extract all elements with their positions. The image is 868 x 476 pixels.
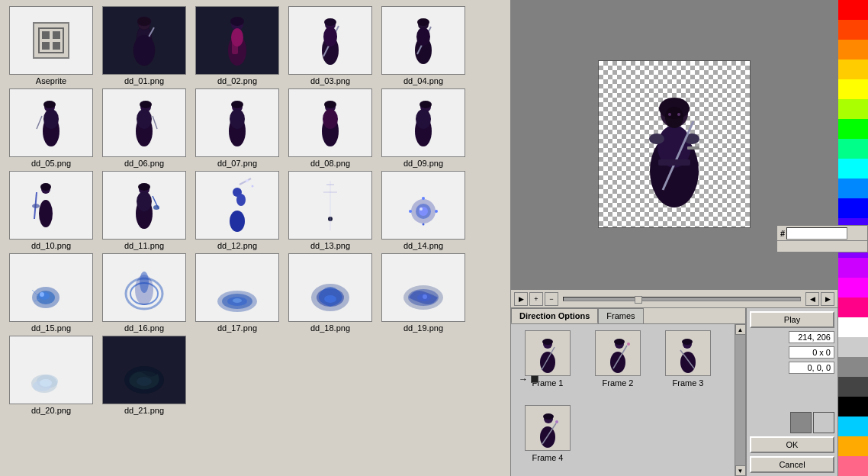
svg-rect-3: [42, 42, 50, 50]
dd07-thumb: [195, 88, 279, 157]
file-item-dd11[interactable]: dd_11.png: [99, 171, 189, 250]
frame-item-3[interactable]: Frame 3: [657, 330, 719, 396]
file-item-dd20[interactable]: dd_20.png: [6, 336, 96, 415]
file-item-dd16[interactable]: dd_16.png: [99, 253, 189, 333]
swatch-light-gray[interactable]: [838, 337, 868, 357]
coords-row: 214, 206: [750, 331, 834, 343]
timeline-prev-btn[interactable]: ◀: [805, 292, 819, 306]
swatch-yellow-green[interactable]: [838, 99, 868, 119]
swatch-black[interactable]: [838, 397, 868, 416]
frame-thumb-2: [595, 330, 641, 376]
file-item-dd15[interactable]: dd_15.png: [6, 253, 96, 333]
dd15-thumb: [9, 253, 93, 322]
file-item-dd06[interactable]: dd_06.png: [99, 88, 189, 168]
play-button[interactable]: Play: [750, 311, 834, 328]
swatch-orange-red[interactable]: [838, 20, 868, 40]
swatch-gray[interactable]: [838, 357, 868, 377]
swatch-dark-gray[interactable]: [838, 377, 868, 397]
file-item-dd12[interactable]: dd_12.png: [192, 171, 282, 250]
tab-frames[interactable]: Frames: [598, 308, 643, 323]
file-item-dd03[interactable]: dd_03.png: [285, 6, 375, 85]
frames-scrollbar[interactable]: ▲ ▼: [735, 324, 745, 476]
timeline-play-btn[interactable]: ▶: [514, 292, 528, 306]
frame-item-4[interactable]: Frame 4: [517, 405, 578, 471]
svg-point-125: [680, 352, 696, 373]
hex-color-preview: [776, 240, 868, 252]
swatch-yellow[interactable]: [838, 60, 868, 79]
file-item-dd09[interactable]: dd_09.png: [378, 88, 468, 168]
file-item-dd01[interactable]: dd_01.png: [99, 6, 189, 85]
timeline-slider[interactable]: [563, 297, 801, 301]
frame-item-1[interactable]: Frame 1: [517, 330, 578, 396]
dd09-thumb: [381, 88, 465, 157]
file-item-dd07[interactable]: dd_07.png: [192, 88, 282, 168]
frame-item-2[interactable]: Frame 2: [587, 330, 648, 396]
file-item-dd14[interactable]: dd_14.png: [378, 171, 468, 250]
hex-input[interactable]: [786, 227, 847, 240]
svg-point-49: [40, 183, 51, 191]
file-item-dd05[interactable]: dd_05.png: [6, 88, 96, 168]
swatch-purple[interactable]: [838, 258, 868, 278]
file-item-dd13[interactable]: dd_13.png: [285, 171, 375, 250]
svg-point-79: [40, 292, 44, 297]
tab-direction-options[interactable]: Direction Options: [511, 308, 598, 323]
preview-squares: [750, 412, 834, 433]
svg-point-75: [422, 223, 424, 225]
file-item-dd21[interactable]: dd_21.png: [99, 336, 189, 415]
cancel-button[interactable]: Cancel: [750, 456, 834, 473]
swatch-magenta[interactable]: [838, 278, 868, 298]
svg-rect-112: [658, 159, 690, 166]
swatch-sky[interactable]: [838, 416, 868, 436]
svg-point-89: [233, 298, 242, 303]
scroll-up-arrow[interactable]: ▲: [735, 324, 746, 335]
svg-point-57: [153, 205, 159, 210]
scroll-track: [735, 335, 746, 465]
svg-point-37: [231, 101, 243, 108]
dd17-thumb: [195, 253, 279, 322]
file-item-dd08[interactable]: dd_08.png: [285, 88, 375, 168]
timeline-remove-btn[interactable]: −: [545, 292, 558, 306]
file-item-dd02[interactable]: dd_02.png: [192, 6, 282, 85]
scroll-down-arrow[interactable]: ▼: [735, 465, 746, 476]
swatch-amber[interactable]: [838, 436, 868, 456]
swatch-cyan[interactable]: [838, 159, 868, 178]
swatch-dark-blue[interactable]: [838, 198, 868, 218]
swatch-pink[interactable]: [838, 298, 868, 317]
svg-point-55: [137, 191, 152, 211]
svg-rect-2: [53, 31, 60, 39]
svg-point-129: [540, 426, 555, 448]
dd11-label: dd_11.png: [124, 241, 164, 250]
coords-value: 214, 206: [789, 331, 834, 343]
dd12-thumb: [195, 171, 279, 240]
swatch-blue[interactable]: [838, 178, 868, 198]
swatch-mint[interactable]: [838, 139, 868, 159]
swatch-bright-yellow[interactable]: [838, 79, 868, 99]
svg-point-46: [416, 109, 431, 129]
dd05-label: dd_05.png: [31, 159, 71, 168]
file-item-dd19[interactable]: dd_19.png: [378, 253, 468, 333]
ok-button[interactable]: OK: [750, 436, 834, 453]
size-value: 0 x 0: [789, 346, 834, 359]
frames-panel-row: Direction Options Frames: [511, 308, 837, 476]
swatch-red[interactable]: [838, 0, 868, 20]
svg-point-127: [682, 339, 693, 345]
svg-point-51: [32, 204, 40, 208]
dd03-thumb: [288, 6, 372, 75]
swatch-white[interactable]: [838, 317, 868, 337]
swatch-green[interactable]: [838, 119, 868, 139]
timeline-add-btn[interactable]: +: [529, 292, 543, 306]
frame-label-2: Frame 2: [603, 378, 634, 388]
svg-point-24: [416, 27, 430, 46]
file-item-aseprite[interactable]: Aseprite: [6, 6, 96, 85]
file-item-dd18[interactable]: dd_18.png: [285, 253, 375, 333]
file-item-dd17[interactable]: dd_17.png: [192, 253, 282, 333]
swatch-coral[interactable]: [838, 456, 868, 476]
file-item-dd04[interactable]: dd_04.png: [378, 6, 468, 85]
file-item-dd10[interactable]: dd_10.png: [6, 171, 96, 250]
svg-point-115: [677, 113, 680, 116]
swatch-orange[interactable]: [838, 40, 868, 60]
timeline-next-btn[interactable]: ▶: [821, 292, 834, 306]
hex-input-area: #: [776, 225, 868, 242]
dd07-label: dd_07.png: [217, 159, 257, 168]
dd20-thumb: [9, 336, 93, 404]
